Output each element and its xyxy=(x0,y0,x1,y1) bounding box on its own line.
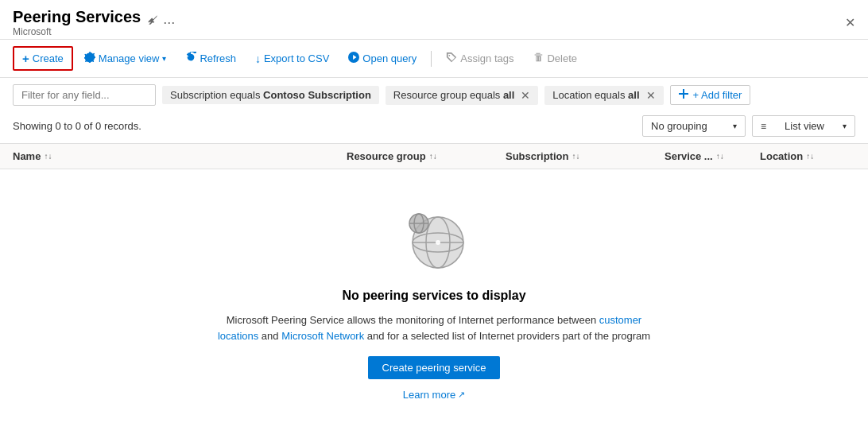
location-filter-label: Location equals all xyxy=(552,89,639,101)
svg-point-9 xyxy=(436,240,440,245)
open-query-label: Open query xyxy=(362,52,417,64)
resource-group-filter-close[interactable]: ✕ xyxy=(521,89,530,102)
globe-icon xyxy=(398,201,470,273)
empty-title: No peering services to display xyxy=(342,289,525,303)
create-label: Create xyxy=(33,52,64,64)
view-chevron-icon: ▾ xyxy=(843,122,847,130)
plus-icon: + xyxy=(22,52,29,65)
refresh-label: Refresh xyxy=(200,52,236,64)
pin-icon[interactable] xyxy=(147,14,158,31)
view-select[interactable]: ≡ List view ▾ xyxy=(752,115,855,137)
col-subscription[interactable]: Subscription ↑↓ xyxy=(506,150,665,162)
location-filter-close[interactable]: ✕ xyxy=(646,89,656,102)
empty-state: No peering services to display Microsoft… xyxy=(0,169,868,432)
chevron-down-icon: ▾ xyxy=(162,54,166,63)
title-left: Peering Services Microsoft ··· xyxy=(13,8,175,37)
export-label: Export to CSV xyxy=(264,52,329,64)
learn-more-link[interactable]: Learn more ↗ xyxy=(403,389,465,401)
toolbar-divider xyxy=(431,51,432,67)
col-service-sort[interactable]: ↑↓ xyxy=(716,152,724,161)
col-resource-group[interactable]: Resource group ↑↓ xyxy=(347,150,506,162)
resource-group-filter-label: Resource group equals all xyxy=(393,89,515,101)
empty-desc-middle: and xyxy=(258,330,281,342)
delete-label: Delete xyxy=(547,52,577,64)
close-button[interactable]: ✕ xyxy=(845,15,855,30)
filter-input[interactable] xyxy=(13,84,156,106)
refresh-button[interactable]: Refresh xyxy=(177,48,244,69)
records-count: Showing 0 to 0 of 0 records. xyxy=(13,120,141,132)
create-peering-service-button[interactable]: Create peering service xyxy=(368,356,501,379)
assign-tags-button[interactable]: Assign tags xyxy=(438,48,521,69)
learn-more-label: Learn more xyxy=(403,389,455,401)
table-header: Name ↑↓ Resource group ↑↓ Subscription ↑… xyxy=(0,143,868,169)
empty-desc-start: Microsoft Peering Service allows the mon… xyxy=(227,314,599,326)
manage-view-label: Manage view xyxy=(99,52,160,64)
refresh-icon xyxy=(185,52,196,65)
open-query-button[interactable]: Open query xyxy=(340,48,424,69)
col-location-label: Location xyxy=(760,150,803,162)
resource-group-filter-tag: Resource group equals all ✕ xyxy=(386,86,539,105)
title-bar: Peering Services Microsoft ··· ✕ xyxy=(0,0,868,40)
records-bar: Showing 0 to 0 of 0 records. No grouping… xyxy=(0,112,868,143)
col-sub-label: Subscription xyxy=(506,150,568,162)
title-icons: ··· xyxy=(147,14,175,31)
col-service[interactable]: Service ... ↑↓ xyxy=(665,150,760,162)
title-block: Peering Services Microsoft xyxy=(13,8,141,37)
col-sub-sort[interactable]: ↑↓ xyxy=(572,152,579,161)
tag-icon xyxy=(446,52,457,65)
col-name-sort[interactable]: ↑↓ xyxy=(44,152,52,161)
col-location[interactable]: Location ↑↓ xyxy=(760,150,855,162)
empty-desc-end: and for a selected list of Internet prov… xyxy=(364,330,650,342)
col-rg-label: Resource group xyxy=(347,150,426,162)
subscription-filter-label: Subscription equals Contoso Subscription xyxy=(170,89,371,101)
manage-view-button[interactable]: Manage view ▾ xyxy=(76,48,175,69)
col-service-label: Service ... xyxy=(665,150,713,162)
export-button[interactable]: ↓ Export to CSV xyxy=(247,48,337,69)
filters-bar: Subscription equals Contoso Subscription… xyxy=(0,78,868,112)
add-filter-label: + Add filter xyxy=(693,89,742,101)
gear-icon xyxy=(84,52,95,65)
more-icon[interactable]: ··· xyxy=(163,14,175,31)
view-controls: No grouping ▾ ≡ List view ▾ xyxy=(642,115,855,137)
export-icon: ↓ xyxy=(255,52,261,65)
assign-tags-label: Assign tags xyxy=(460,52,513,64)
subscription-filter-tag: Subscription equals Contoso Subscription xyxy=(162,86,379,104)
microsoft-network-link[interactable]: Microsoft Network xyxy=(281,330,364,342)
grouping-select[interactable]: No grouping ▾ xyxy=(642,115,746,137)
page-subtitle: Microsoft xyxy=(13,26,141,37)
add-filter-icon xyxy=(679,89,688,101)
col-name[interactable]: Name ↑↓ xyxy=(13,150,347,162)
external-link-icon: ↗ xyxy=(458,390,465,400)
view-label: List view xyxy=(785,120,824,132)
empty-description: Microsoft Peering Service allows the mon… xyxy=(211,312,657,343)
col-rg-sort[interactable]: ↑↓ xyxy=(429,152,437,161)
col-name-label: Name xyxy=(13,150,41,162)
col-location-sort[interactable]: ↑↓ xyxy=(806,152,814,161)
delete-button[interactable]: Delete xyxy=(525,48,585,69)
list-view-icon: ≡ xyxy=(761,121,766,132)
query-icon xyxy=(348,52,359,65)
create-service-label: Create peering service xyxy=(382,362,486,374)
toolbar: + Create Manage view ▾ Refresh ↓ Export … xyxy=(0,40,868,78)
add-filter-button[interactable]: + Add filter xyxy=(670,85,751,105)
delete-icon xyxy=(533,52,544,65)
create-button[interactable]: + Create xyxy=(13,46,73,71)
grouping-chevron-icon: ▾ xyxy=(733,122,737,130)
grouping-label: No grouping xyxy=(651,120,707,132)
location-filter-tag: Location equals all ✕ xyxy=(544,86,663,105)
page-title: Peering Services xyxy=(13,8,141,25)
